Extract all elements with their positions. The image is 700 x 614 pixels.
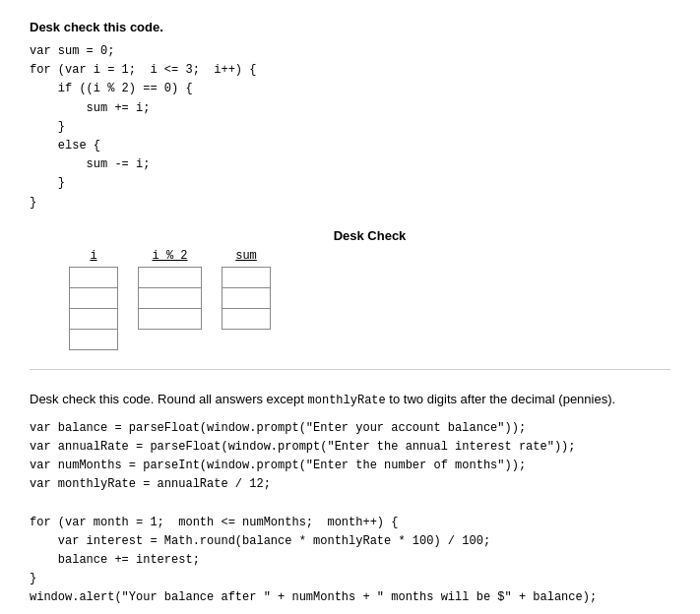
col-sum-header: sum — [235, 249, 257, 263]
dc-cell — [69, 329, 118, 350]
dc-cell — [69, 287, 118, 309]
dc-cell — [69, 267, 118, 288]
section1-code: var sum = 0; for (var i = 1; i <= 3; i++… — [30, 42, 670, 213]
dc-cell — [69, 308, 118, 330]
col-i-header: i — [90, 249, 96, 263]
section2-intro: Desk check this code. Round all answers … — [30, 390, 670, 409]
desk-check-1-table: i i % 2 sum — [69, 249, 670, 349]
dc-cell — [222, 267, 271, 288]
col-imod2-header: i % 2 — [152, 249, 187, 263]
section1-title: Desk check this code. — [30, 20, 670, 34]
dc-cell — [138, 308, 202, 330]
col-imod2: i % 2 — [138, 249, 202, 329]
intro-text-before: Desk check this code. Round all answers … — [30, 392, 308, 406]
section-divider — [30, 369, 670, 370]
dc-cell — [138, 267, 202, 288]
desk-check-1-title: Desk Check — [69, 228, 670, 243]
dc-cell — [222, 287, 271, 309]
section2-code: var balance = parseFloat(window.prompt("… — [30, 419, 670, 608]
col-i: i — [69, 249, 118, 349]
dc-cell — [138, 287, 202, 309]
desk-check-1: Desk Check i i % 2 sum — [69, 228, 670, 349]
col-sum: sum — [222, 249, 271, 329]
intro-text-after: to two digits after the decimal (pennies… — [386, 392, 615, 406]
dc-cell — [222, 308, 271, 330]
monthly-rate-inline: monthlyRate — [308, 394, 386, 407]
